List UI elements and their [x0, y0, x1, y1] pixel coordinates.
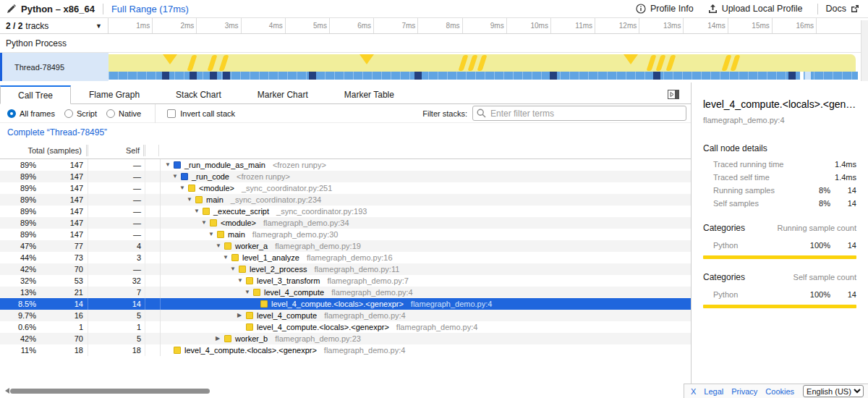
breadcrumb: Complete “Thread-78495” [0, 123, 691, 142]
row-total-samples: 147 [36, 159, 88, 171]
collapse-icon[interactable]: ▼ [194, 206, 203, 217]
category-bar [703, 255, 856, 259]
tab-stack-chart[interactable]: Stack Chart [158, 85, 239, 104]
row-self-samples: 32 [88, 275, 145, 287]
row-self-samples: 7 [88, 287, 145, 298]
row-total-samples: 70 [36, 263, 88, 275]
ruler-tick: 6ms [330, 18, 374, 33]
radio-all-frames[interactable]: All frames [7, 109, 55, 118]
category-name: Python [713, 241, 738, 250]
table-row[interactable]: 89%147—▼_run_module_as_main<frozen runpy… [0, 159, 691, 171]
call-node-sidebar: level_4_compute.<locals>.<genexpr> flame… [691, 82, 868, 384]
collapse-icon[interactable]: ▼ [237, 275, 246, 287]
detail-label: Traced running time [713, 160, 783, 169]
table-row[interactable]: 42%70—▼level_2_processflamegraph_demo.py… [0, 263, 691, 275]
collapse-icon[interactable]: ▼ [201, 217, 210, 229]
table-row[interactable]: 44%733▼level_1_analyzeflamegraph_demo.py… [0, 252, 691, 263]
invert-callstack-checkbox[interactable]: Invert call stack [167, 109, 235, 118]
upload-profile-button[interactable]: Upload Local Profile [708, 4, 803, 14]
column-header-total[interactable]: Total (samples) [0, 145, 88, 156]
sidebar-toggle-button[interactable] [668, 90, 679, 99]
horizontal-scrollbar[interactable] [10, 389, 210, 394]
categories-title: Categories [703, 223, 745, 233]
tab-marker-table[interactable]: Marker Table [326, 85, 412, 104]
expand-icon[interactable]: ▶ [237, 310, 246, 321]
tab-marker-chart[interactable]: Marker Chart [239, 85, 326, 104]
tracks-dropdown[interactable]: 2 / 2 tracks ▼ [0, 18, 109, 33]
row-total-samples: 1 [36, 321, 88, 333]
ruler-tick: 15ms [728, 18, 773, 33]
collapse-icon[interactable]: ▼ [172, 171, 181, 182]
scroll-left-arrow-icon[interactable] [2, 388, 9, 394]
row-total-percent: 11% [0, 344, 36, 356]
panel-tabs: Call TreeFlame GraphStack ChartMarker Ch… [0, 82, 691, 104]
radio-script[interactable]: Script [64, 109, 97, 118]
table-row[interactable]: 89%147—▼_run_code<frozen runpy> [0, 171, 691, 182]
thread-track-label[interactable]: Thread-78495 [0, 53, 109, 81]
table-row[interactable]: 32%5332▼level_3_transformflamegraph_demo… [0, 275, 691, 287]
function-name: main [228, 229, 245, 240]
category-square-yellow [260, 300, 268, 308]
footer-link-x[interactable]: X [691, 387, 696, 396]
category-name: Python [713, 290, 738, 299]
tab-call-tree[interactable]: Call Tree [0, 85, 71, 104]
category-square-yellow [239, 266, 246, 273]
collapse-icon[interactable]: ▼ [223, 252, 231, 263]
strip-segment-dark [309, 72, 316, 80]
ruler-tick: 10ms [507, 18, 551, 33]
category-square-yellow [188, 185, 195, 192]
radio-label: All frames [20, 109, 55, 118]
collapse-icon[interactable]: ▼ [187, 194, 195, 206]
breadcrumb-complete-thread[interactable]: Complete “Thread-78495” [7, 127, 107, 137]
table-row[interactable]: 11%1818level_4_compute.<locals>.<genexpr… [0, 344, 691, 356]
collapse-icon[interactable]: ▼ [230, 263, 239, 275]
ruler-tick: 5ms [286, 18, 330, 33]
table-row[interactable]: 89%147—▼<module>_sync_coordinator.py:251 [0, 182, 691, 194]
thread-activity-graph[interactable] [109, 53, 858, 81]
profile-info-button[interactable]: Profile Info [636, 4, 694, 14]
collapse-icon[interactable]: ▼ [208, 229, 217, 240]
track-marker-slash [477, 55, 487, 71]
footer-link-cookies[interactable]: Cookies [765, 387, 794, 396]
footer-link-legal[interactable]: Legal [704, 387, 723, 396]
table-row[interactable]: 13%217▼level_4_computeflamegraph_demo.py… [0, 287, 691, 298]
timeline-scrollbar[interactable] [861, 20, 868, 81]
strip-segment-dark [788, 72, 796, 80]
function-name: level_1_analyze [242, 252, 299, 263]
table-row[interactable]: 9.7%165▶level_4_computeflamegraph_demo.p… [0, 310, 691, 321]
categories-count-header: Self sample count [793, 273, 856, 281]
full-range-button[interactable]: Full Range (17ms) [111, 4, 189, 14]
collapse-icon[interactable]: ▼ [244, 287, 253, 298]
row-self-samples: — [88, 217, 145, 229]
category-square-yellow [195, 196, 203, 203]
strip-segment-dark [223, 72, 230, 80]
tab-flame-graph[interactable]: Flame Graph [71, 85, 158, 104]
table-row[interactable]: 8.5%1414level_4_compute.<locals>.<genexp… [0, 298, 691, 310]
row-total-percent: 44% [0, 252, 36, 263]
footer-link-privacy[interactable]: Privacy [731, 387, 757, 396]
radio-native[interactable]: Native [106, 109, 141, 118]
table-row[interactable]: 42%705▶worker_bflamegraph_demo.py:23 [0, 333, 691, 344]
table-row[interactable]: 47%774▼worker_aflamegraph_demo.py:19 [0, 240, 691, 252]
row-total-percent: 89% [0, 229, 36, 240]
expand-icon[interactable]: ▶ [216, 333, 224, 344]
table-row[interactable]: 89%147—▼_execute_script_sync_coordinator… [0, 206, 691, 217]
table-row[interactable]: 89%147—▼mainflamegraph_demo.py:30 [0, 229, 691, 240]
collapse-icon[interactable]: ▼ [216, 240, 224, 252]
table-row[interactable]: 0.6%11level_4_compute.<locals>.<genexpr>… [0, 321, 691, 333]
collapse-icon[interactable]: ▼ [179, 182, 188, 194]
header-divider [817, 4, 818, 14]
column-header-self[interactable]: Self [88, 145, 145, 156]
category-square-yellow [246, 323, 253, 331]
row-self-samples: 14 [88, 298, 145, 310]
ruler-tick: 16ms [773, 18, 817, 33]
row-total-percent: 47% [0, 240, 36, 252]
edit-profile-name-icon[interactable] [7, 4, 16, 14]
collapse-icon[interactable]: ▼ [165, 159, 174, 171]
table-row[interactable]: 89%147—▼main_sync_coordinator.py:234 [0, 194, 691, 206]
table-row[interactable]: 89%147—▼<module>flamegraph_demo.py:34 [0, 217, 691, 229]
language-select[interactable]: English (US) [803, 385, 864, 397]
filter-stacks-input[interactable] [472, 106, 686, 121]
track-python-process[interactable]: Python Process [0, 34, 868, 53]
docs-link[interactable]: Docs [826, 4, 859, 14]
